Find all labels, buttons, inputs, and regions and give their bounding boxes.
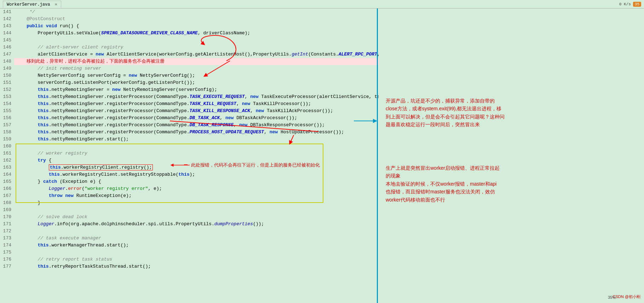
line-number: 142 [0, 16, 14, 23]
inline-annotation-163: 此处报错，代码不会再往下运行，但是上面的服务已经被初始化 [191, 162, 320, 168]
table-row: 175 [0, 249, 379, 256]
line-content: } catch (Exception e) { [14, 178, 379, 185]
table-row: 148 移到此处，异常时，进程不会再被拉起，下面的服务也不会再被注册 [0, 58, 379, 65]
line-number: 151 [0, 79, 14, 86]
line-content: // worker registry [14, 150, 379, 157]
table-row: 154 this.nettyRemotingServer.registerPro… [0, 100, 379, 107]
line-number: 160 [0, 143, 14, 150]
line-number: 153 [0, 93, 14, 100]
line-number: 145 [0, 37, 14, 44]
line-number: 158 [0, 129, 14, 136]
annotation-text-1: 开源产品，坑还是不少的，捕获异常，添加自带的close方法，或者system.e… [386, 97, 626, 129]
line-number: 152 [0, 86, 14, 93]
line-number: 146 [0, 44, 14, 51]
line-number: 172 [0, 228, 14, 235]
table-row: 143 public void run() { [0, 23, 379, 30]
line-content: this.nettyRemotingServer.registerProcess… [14, 129, 379, 136]
line-content: // task execute manager [14, 235, 379, 242]
line-number: 163 [0, 164, 14, 171]
line-content [14, 228, 379, 235]
blue-vertical-line [377, 8, 378, 303]
table-row: 141 */ [0, 8, 379, 16]
table-row: 159 this.nettyRemotingServer.start(); [0, 136, 379, 143]
annotation-panel: 开源产品，坑还是不少的，捕获异常，添加自带的close方法，或者system.e… [379, 8, 644, 303]
line-number: 141 [0, 8, 14, 16]
table-row: 142 @PostConstruct [0, 16, 379, 23]
line-content: Logger.error("worker registry error", e)… [14, 185, 379, 192]
line-content: @PostConstruct [14, 16, 379, 23]
line-number: 170 [0, 214, 14, 221]
line-content: this.nettyRemotingServer.registerProcess… [14, 93, 379, 100]
table-row: 158 this.nettyRemotingServer.registerPro… [0, 129, 379, 136]
top-right-info: 0 K/s 35 [619, 2, 641, 7]
table-row: 160 [0, 143, 379, 150]
line-content: 移到此处，异常时，进程不会再被拉起，下面的服务也不会再被注册 [14, 58, 379, 65]
table-row: 171 Logger.info(org.apache.dolphinschedu… [0, 221, 379, 228]
line-content: throw new RuntimeException(e); [14, 192, 379, 199]
table-row: 176 // retry report task status [0, 256, 379, 263]
editor-container: WorkerServer.java ✕ 0 K/s 35 141 */ 142 … [0, 0, 644, 303]
table-row: 147 alertClientService = new AlertClient… [0, 51, 379, 58]
line-content: this.nettyRemotingServer = new NettyRemo… [14, 86, 379, 93]
line-content: alertClientService = new AlertClientServ… [14, 51, 379, 58]
line-number: 155 [0, 107, 14, 115]
line-number: 168 [0, 199, 14, 206]
line-number: 166 [0, 185, 14, 192]
table-row: 168 } [0, 199, 379, 206]
table-row: 165 } catch (Exception e) { [0, 178, 379, 185]
table-row: 167 throw new RuntimeException(e); [0, 192, 379, 199]
line-number: 173 [0, 235, 14, 242]
line-number: 165 [0, 178, 14, 185]
line-content: this.workerRegistryClient.setRegistrySto… [14, 171, 379, 178]
table-row: 156 this.nettyRemotingServer.registerPro… [0, 115, 379, 122]
line-content [14, 249, 379, 256]
line-content: this.nettyRemotingServer.registerProcess… [14, 107, 379, 115]
line-content: this.nettyRemotingServer.registerProcess… [14, 100, 379, 107]
table-row: 157 this.nettyRemotingServer.registerPro… [0, 122, 379, 129]
table-row: 145 [0, 37, 379, 44]
table-row: 144 PropertyUtils.setValue(SPRING_DATASO… [0, 30, 379, 37]
line-number: 164 [0, 171, 14, 178]
line-content: Logger.info(org.apache.dolphinscheduler.… [14, 221, 379, 228]
line-content: this.nettyRemotingServer.registerProcess… [14, 122, 379, 129]
line-content: this.workerManagerThread.start(); [14, 242, 379, 249]
line-content: this.nettyRemotingServer.start(); [14, 136, 379, 143]
zoom-badge: 35% [608, 295, 616, 299]
line-number: 147 [0, 51, 14, 58]
line-content: // retry report task status [14, 256, 379, 263]
table-row: 162 try { [0, 157, 379, 164]
line-content: this.retryReportTaskStatusThread.start()… [14, 263, 379, 270]
file-tab-label: WorkerServer.java [7, 2, 50, 7]
line-number: 159 [0, 136, 14, 143]
table-row: 174 this.workerManagerThread.start(); [0, 242, 379, 249]
line-content: */ [14, 8, 379, 16]
main-area: 141 */ 142 @PostConstruct 143 public voi… [0, 8, 644, 303]
file-tab[interactable]: WorkerServer.java ✕ [3, 1, 61, 8]
table-row: 150 NettyServerConfig serverConfig = new… [0, 72, 379, 79]
line-content: // alert-server client registry [14, 44, 379, 51]
line-number: 161 [0, 150, 14, 157]
table-row: 152 this.nettyRemotingServer = new Netty… [0, 86, 379, 93]
table-row: 149 // init remoting server [0, 65, 379, 72]
table-row: 151 serverConfig.setListenPort(workerCon… [0, 79, 379, 86]
line-number: 175 [0, 249, 14, 256]
line-content: PropertyUtils.setValue(SPRING_DATASOURCE… [14, 30, 379, 37]
table-row: 153 this.nettyRemotingServer.registerPro… [0, 93, 379, 100]
table-row: 146 // alert-server client registry [0, 44, 379, 51]
line-content [14, 143, 379, 150]
line-content: // init remoting server [14, 65, 379, 72]
line-number: 143 [0, 23, 14, 30]
line-content: public void run() { [14, 23, 379, 30]
line-content [14, 37, 379, 44]
line-number: 144 [0, 30, 14, 37]
line-number: 148 [0, 58, 14, 65]
close-icon[interactable]: ✕ [55, 2, 57, 7]
table-row: 161 // worker registry [0, 150, 379, 157]
badge: 35 [633, 2, 641, 7]
line-number: 154 [0, 100, 14, 107]
line-number: 176 [0, 256, 14, 263]
code-panel[interactable]: 141 */ 142 @PostConstruct 143 public voi… [0, 8, 379, 303]
table-row: 166 Logger.error("worker registry error"… [0, 185, 379, 192]
line-content: serverConfig.setListenPort(workerConfig.… [14, 79, 379, 86]
network-speed: 0 K/s [619, 2, 631, 6]
